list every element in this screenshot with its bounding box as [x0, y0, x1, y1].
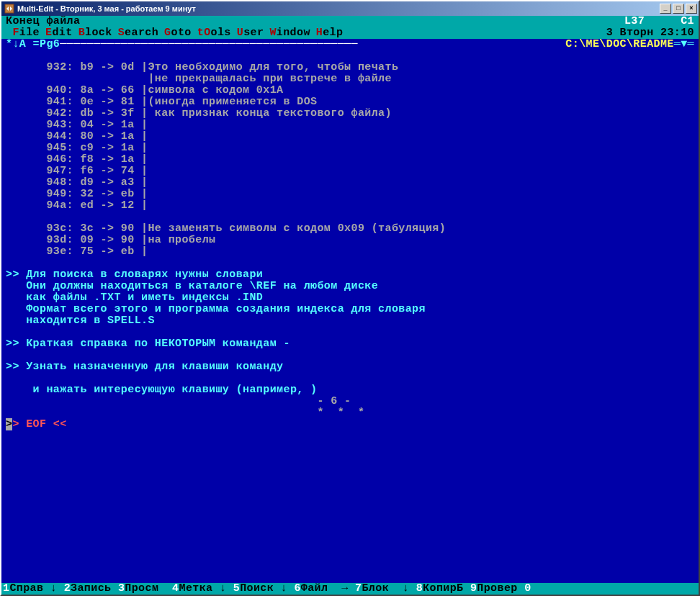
- fkey-1[interactable]: 1Справ: [3, 583, 50, 595]
- code-line: 932: b9 -> 0d |Это необходимо для того, …: [6, 62, 694, 73]
- code-line: 942: db -> 3f | как признак конца тексто…: [6, 108, 694, 119]
- fkey-5[interactable]: 5Поиск: [233, 583, 281, 595]
- text-line: >> Узнать назначенную для клавиши команд…: [6, 361, 694, 373]
- status-message: Конец файла: [6, 16, 624, 27]
- window-tab-line: *↓A =Pg6 ───────────────────────────────…: [1, 39, 699, 50]
- code-line: 945: c9 -> 1a |: [6, 143, 694, 154]
- editor-client: Конец файла L37 C1 File Edit Block Searc…: [1, 16, 699, 595]
- code-line: 943: 04 -> 1a |: [6, 119, 694, 131]
- code-line: 93d: 09 -> 90 |на пробелы: [6, 235, 694, 246]
- menubar: File Edit Block Search Goto tOols User W…: [1, 27, 699, 39]
- text-line: >> Для поиска в словарях нужны словари: [6, 269, 694, 281]
- menu-search[interactable]: Search: [118, 27, 158, 39]
- page-number: - 6 -: [6, 396, 694, 407]
- fkey-9[interactable]: 9Провер: [470, 583, 518, 595]
- fkey-2[interactable]: 2Запись: [64, 583, 112, 595]
- titlebar[interactable]: Multi-Edit - Вторник, 3 мая - работаем 9…: [1, 1, 699, 16]
- eof-line: >> EOF <<: [6, 419, 694, 430]
- text-line: находится в SPELL.S: [6, 315, 694, 327]
- code-line: 941: 0e -> 81 |(иногда применяется в DOS: [6, 96, 694, 108]
- status-line-top: Конец файла L37 C1: [1, 16, 699, 27]
- maximize-button[interactable]: □: [673, 4, 684, 14]
- fkey-0[interactable]: 0: [524, 583, 531, 595]
- tab-scroll-indicator: ═▼═: [674, 39, 694, 50]
- code-line: 94a: ed -> 12 |: [6, 200, 694, 212]
- fkey-8[interactable]: 8КопирБ: [416, 583, 464, 595]
- tab-ruler: ────────────────────────────────────────…: [60, 39, 565, 50]
- menu-goto[interactable]: Goto: [164, 27, 192, 39]
- menu-tools[interactable]: tOols: [197, 27, 231, 39]
- code-line: 93c: 3c -> 90 |Не заменять символы с код…: [6, 223, 694, 235]
- status-line-number: L37: [624, 16, 645, 27]
- file-path: C:\ME\DOC\README: [565, 39, 673, 50]
- fkey-4[interactable]: 4Метка: [172, 583, 220, 595]
- menu-user[interactable]: User: [237, 27, 264, 39]
- function-key-bar: 1Справ ↓ 2Запись 3Просм 4Метка ↓ 5Поиск …: [1, 583, 699, 595]
- code-line: 947: f6 -> 74 |: [6, 166, 694, 177]
- text-line: Они должны находиться в каталоге \REF на…: [6, 281, 694, 292]
- code-line: 93e: 75 -> eb |: [6, 246, 694, 258]
- code-line: 949: 32 -> eb |: [6, 189, 694, 200]
- code-line: 940: 8a -> 66 |символа с кодом 0x1A: [6, 85, 694, 96]
- menu-block[interactable]: Block: [78, 27, 112, 39]
- editor-content[interactable]: 932: b9 -> 0d |Это необходимо для того, …: [1, 50, 699, 583]
- fkey-6[interactable]: 6Файл: [294, 583, 341, 595]
- menubar-datetime: 3 Вторн 23:10: [606, 27, 694, 39]
- menu-file[interactable]: File: [6, 27, 40, 39]
- code-line: 946: f8 -> 1a |: [6, 154, 694, 166]
- text-line: и нажать интересующую клавишу (например,…: [6, 384, 694, 396]
- svg-rect-0: [5, 4, 14, 13]
- code-line: 948: d9 -> a3 |: [6, 177, 694, 189]
- tab-indicators: *↓A =Pg6: [6, 39, 60, 50]
- text-line: как файлы .TXT и иметь индексы .IND: [6, 292, 694, 304]
- fkey-3[interactable]: 3Просм: [118, 583, 166, 595]
- minimize-button[interactable]: _: [660, 4, 671, 14]
- app-icon: [4, 3, 15, 14]
- menu-help[interactable]: Help: [316, 27, 344, 39]
- menu-window[interactable]: Window: [269, 27, 310, 39]
- titlebar-text: Multi-Edit - Вторник, 3 мая - работаем 9…: [17, 4, 658, 13]
- code-line: 944: 80 -> 1a |: [6, 131, 694, 143]
- text-line: Формат всего этого и программа создания …: [6, 304, 694, 315]
- app-window: Multi-Edit - Вторник, 3 мая - работаем 9…: [0, 0, 700, 596]
- text-line: >> Краткая справка по НЕКОТОРЫМ командам…: [6, 338, 694, 350]
- menu-edit[interactable]: Edit: [45, 27, 73, 39]
- close-button[interactable]: ×: [686, 4, 697, 14]
- code-line: |не прекращалась при встрече в файле: [6, 73, 694, 85]
- status-column-number: C1: [681, 16, 694, 27]
- fkey-7[interactable]: 7Блок: [355, 583, 403, 595]
- separator-stars: * * *: [6, 407, 694, 419]
